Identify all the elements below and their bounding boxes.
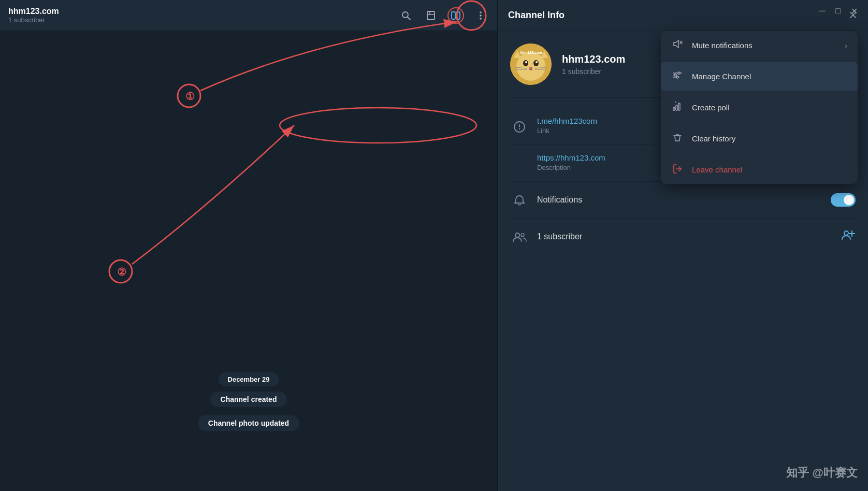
svg-point-9 bbox=[480, 18, 482, 20]
more-button[interactable] bbox=[472, 7, 489, 24]
chat-header-info: hhm123.com 1 subscriber bbox=[8, 7, 398, 24]
svg-rect-5 bbox=[452, 12, 455, 19]
columns-button[interactable] bbox=[447, 7, 464, 24]
desc-icon-space bbox=[510, 154, 529, 173]
menu-item-poll[interactable]: Create poll bbox=[661, 93, 858, 122]
svg-rect-6 bbox=[456, 12, 460, 19]
menu-item-mute[interactable]: Mute notifications › bbox=[661, 31, 858, 60]
maximize-button[interactable]: □ bbox=[835, 6, 841, 16]
menu-item-leave[interactable]: Leave channel bbox=[661, 155, 858, 184]
menu-divider-1 bbox=[661, 61, 858, 61]
svg-point-8 bbox=[480, 15, 482, 17]
svg-rect-2 bbox=[427, 11, 435, 20]
channel-created-wrap: Channel created bbox=[10, 392, 487, 411]
channel-photo-msg: Channel photo updated bbox=[198, 415, 299, 431]
add-subscriber-button[interactable] bbox=[841, 229, 856, 244]
svg-point-15 bbox=[678, 72, 680, 74]
watermark: 知乎 @叶赛文 bbox=[786, 465, 858, 481]
svg-point-51 bbox=[519, 128, 520, 129]
clear-icon bbox=[671, 132, 684, 146]
channel-name-block: hhm123.com 1 subscriber bbox=[562, 53, 625, 76]
svg-text:hhm123.com: hhm123.com bbox=[520, 51, 542, 54]
menu-divider-2 bbox=[661, 92, 858, 92]
channel-subtitle: 1 subscriber bbox=[8, 16, 398, 24]
svg-line-1 bbox=[408, 17, 410, 20]
poll-label: Create poll bbox=[692, 103, 847, 112]
chat-panel: hhm123.com 1 subscriber bbox=[0, 0, 497, 491]
subscribers-icon bbox=[510, 228, 529, 247]
menu-item-clear[interactable]: Clear history bbox=[661, 124, 858, 153]
close-window-button[interactable]: ✕ bbox=[851, 6, 858, 16]
notifications-toggle[interactable] bbox=[831, 193, 856, 207]
chat-header: hhm123.com 1 subscriber bbox=[0, 0, 497, 31]
subscribers-row: 1 subscriber bbox=[510, 219, 856, 255]
mute-chevron: › bbox=[845, 41, 847, 50]
svg-point-38 bbox=[516, 52, 545, 81]
chat-messages: December 29 Channel created Channel phot… bbox=[0, 362, 497, 450]
minimize-button[interactable]: ─ bbox=[819, 6, 825, 16]
svg-rect-19 bbox=[676, 105, 677, 110]
mute-label: Mute notifications bbox=[692, 41, 836, 50]
channel-created-msg: Channel created bbox=[210, 392, 287, 407]
notifications-row: Notifications bbox=[510, 182, 856, 219]
svg-rect-18 bbox=[673, 107, 675, 110]
poll-icon bbox=[671, 100, 684, 114]
bookmark-button[interactable] bbox=[423, 7, 439, 24]
svg-point-39 bbox=[523, 60, 528, 66]
channel-name: hhm123.com bbox=[562, 53, 625, 65]
svg-point-41 bbox=[525, 61, 527, 63]
menu-divider-3 bbox=[661, 123, 858, 123]
chat-header-actions bbox=[398, 7, 489, 24]
chat-body: December 29 Channel created Channel phot… bbox=[0, 31, 497, 491]
window-controls: ─ □ ✕ bbox=[809, 0, 868, 22]
svg-point-7 bbox=[480, 11, 482, 13]
mute-icon bbox=[671, 38, 684, 52]
date-badge-wrap: December 29 bbox=[10, 372, 487, 386]
svg-point-43 bbox=[529, 67, 532, 69]
svg-point-16 bbox=[674, 74, 676, 76]
menu-item-manage[interactable]: Manage Channel bbox=[661, 62, 858, 91]
svg-point-53 bbox=[521, 234, 524, 237]
svg-point-52 bbox=[515, 233, 519, 237]
info-panel-title: Channel Info bbox=[508, 10, 848, 21]
channel-photo-wrap: Channel photo updated bbox=[10, 415, 487, 435]
menu-divider-4 bbox=[661, 154, 858, 154]
leave-icon bbox=[671, 163, 684, 177]
svg-rect-20 bbox=[678, 103, 680, 110]
search-button[interactable] bbox=[398, 7, 414, 24]
svg-point-42 bbox=[536, 61, 538, 63]
svg-point-40 bbox=[533, 60, 539, 66]
subscriber-count: 1 subscriber bbox=[537, 232, 833, 241]
info-icon bbox=[510, 118, 529, 136]
manage-icon bbox=[671, 69, 684, 83]
svg-point-0 bbox=[402, 12, 408, 18]
manage-label: Manage Channel bbox=[692, 72, 847, 81]
bell-icon bbox=[510, 191, 529, 210]
dropdown-menu: Mute notifications › Manage Channel bbox=[661, 31, 858, 184]
channel-subscribers: 1 subscriber bbox=[562, 67, 625, 76]
clear-label: Clear history bbox=[692, 134, 847, 143]
channel-title: hhm123.com bbox=[8, 7, 398, 16]
svg-point-54 bbox=[844, 231, 848, 235]
channel-avatar: hhm123.com bbox=[510, 44, 552, 85]
svg-point-17 bbox=[676, 76, 678, 78]
leave-label: Leave channel bbox=[692, 165, 847, 174]
notifications-label: Notifications bbox=[537, 195, 822, 205]
date-badge: December 29 bbox=[219, 372, 279, 386]
